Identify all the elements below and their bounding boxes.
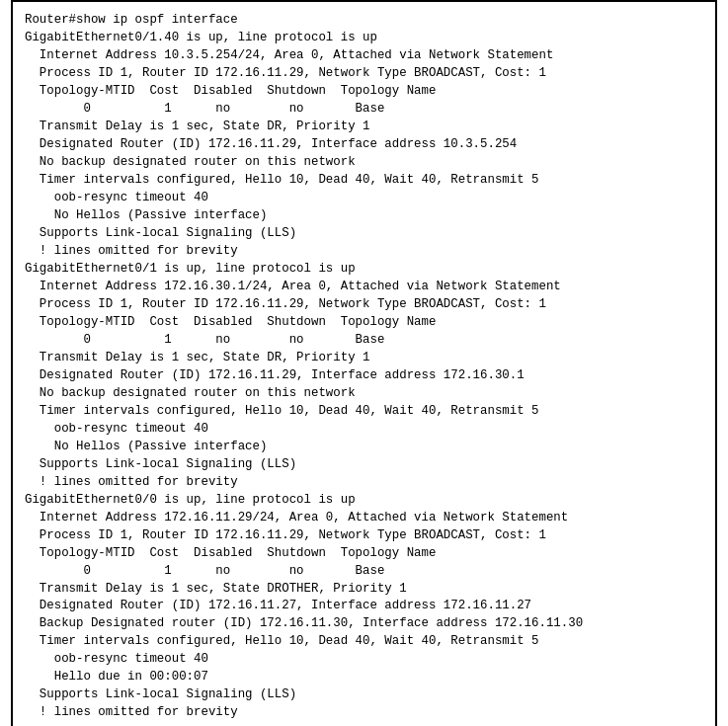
terminal-box: Router#show ip ospf interface GigabitEth… — [11, 0, 717, 726]
terminal-content: Router#show ip ospf interface GigabitEth… — [25, 12, 703, 722]
